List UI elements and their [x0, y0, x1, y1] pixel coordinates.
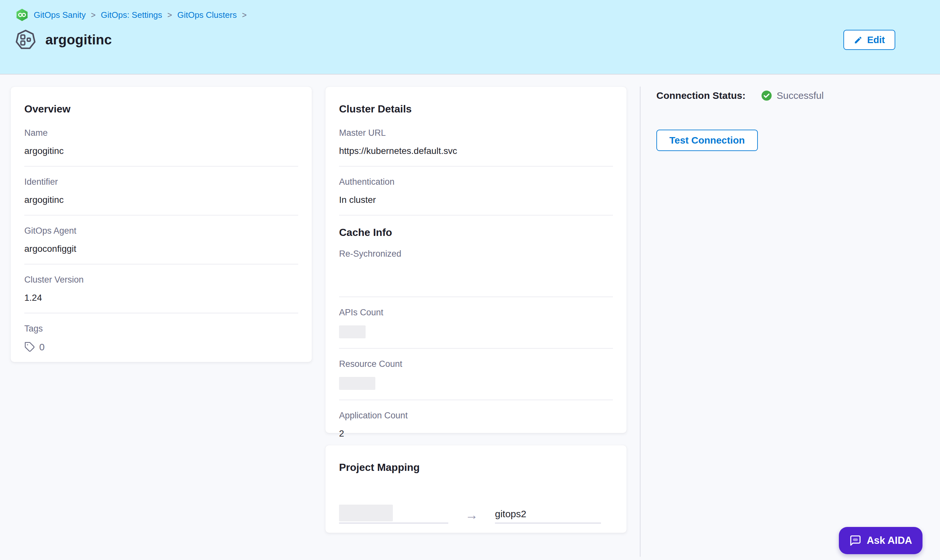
field-label: Re-Sychronized: [339, 249, 613, 259]
breadcrumb-separator: >: [242, 10, 247, 20]
pencil-icon: [854, 35, 863, 45]
field-value: 1.24: [24, 292, 298, 303]
edit-button[interactable]: Edit: [843, 30, 895, 50]
tags-label: Tags: [24, 324, 298, 334]
field-row-gitops-agent: GitOps Agent argoconfiggit: [24, 215, 298, 265]
test-connection-label: Test Connection: [669, 135, 745, 146]
project-mapping-card: Project Mapping → gitops2: [325, 445, 626, 533]
title-row: argogitinc: [15, 29, 112, 51]
connection-panel: Connection Status: Successful Test Conne…: [656, 90, 824, 151]
project-mapping-heading: Project Mapping: [339, 462, 613, 474]
ask-aida-button[interactable]: Ask AIDA: [839, 527, 923, 554]
page-title: argogitinc: [45, 32, 112, 48]
field-row-authentication: Authentication In cluster: [339, 166, 613, 215]
mapping-target-field[interactable]: gitops2: [495, 508, 601, 523]
skeleton-placeholder: [339, 325, 366, 338]
field-label: Authentication: [339, 177, 613, 187]
field-row-resource-count: Resource Count: [339, 349, 613, 400]
chat-bubble-icon: [849, 534, 862, 547]
vertical-divider: [640, 86, 640, 557]
skeleton-placeholder: [339, 377, 375, 390]
field-row-application-count: Application Count 2: [339, 400, 613, 449]
field-row-master-url: Master URL https://kubernetes.default.sv…: [339, 115, 613, 166]
field-value: 2: [339, 428, 613, 439]
overview-card: Overview Name argogitinc Identifier argo…: [11, 87, 312, 362]
field-value: argogitinc: [24, 146, 298, 156]
connection-status-label: Connection Status:: [656, 90, 746, 101]
field-label: Cluster Version: [24, 275, 298, 285]
connection-status-value: Successful: [777, 90, 824, 101]
field-label: Resource Count: [339, 359, 613, 369]
cluster-details-card: Cluster Details Master URL https://kuber…: [325, 87, 626, 433]
field-label: Name: [24, 128, 298, 138]
cache-info-heading: Cache Info: [339, 215, 613, 238]
check-circle-icon: [761, 90, 772, 101]
edit-button-label: Edit: [867, 35, 885, 45]
field-row-cluster-version: Cluster Version 1.24: [24, 265, 298, 313]
field-label: Identifier: [24, 177, 298, 187]
breadcrumb-item-settings[interactable]: GitOps: Settings: [101, 10, 162, 20]
breadcrumb-item-project[interactable]: GitOps Sanity: [34, 10, 86, 20]
breadcrumb-separator: >: [91, 10, 95, 20]
field-label: Master URL: [339, 128, 613, 138]
field-row-apis-count: APIs Count: [339, 297, 613, 349]
field-value: https://kubernetes.default.svc: [339, 146, 613, 156]
breadcrumb-separator: >: [167, 10, 172, 20]
ask-aida-label: Ask AIDA: [867, 535, 912, 546]
field-value-empty: [339, 267, 613, 287]
project-mapping-row: → gitops2: [339, 505, 613, 523]
field-row-identifier: Identifier argogitinc: [24, 166, 298, 215]
tag-icon: [24, 342, 35, 352]
field-label: GitOps Agent: [24, 226, 298, 236]
page-header: GitOps Sanity > GitOps: Settings > GitOp…: [0, 0, 940, 75]
mapping-source-field[interactable]: [339, 505, 448, 523]
field-label: Application Count: [339, 411, 613, 421]
overview-heading: Overview: [24, 103, 298, 115]
test-connection-button[interactable]: Test Connection: [656, 130, 758, 151]
field-row-tags: Tags 0: [24, 313, 298, 352]
field-value: argoconfiggit: [24, 244, 298, 254]
gitops-project-icon: [15, 8, 29, 22]
tags-count: 0: [39, 342, 45, 352]
field-value: argogitinc: [24, 195, 298, 205]
connection-status-badge: Successful: [761, 90, 824, 101]
field-row-resynchronized: Re-Sychronized: [339, 238, 613, 297]
field-row-name: Name argogitinc: [24, 115, 298, 166]
field-label: APIs Count: [339, 308, 613, 318]
breadcrumb-item-clusters[interactable]: GitOps Clusters: [177, 10, 237, 20]
main-content: Overview Name argogitinc Identifier argo…: [0, 75, 940, 560]
breadcrumb: GitOps Sanity > GitOps: Settings > GitOp…: [15, 8, 247, 22]
cluster-icon: [15, 29, 36, 51]
arrow-right-icon: →: [465, 508, 478, 522]
cluster-details-heading: Cluster Details: [339, 103, 613, 115]
field-value: In cluster: [339, 195, 613, 205]
skeleton-placeholder: [339, 505, 393, 522]
